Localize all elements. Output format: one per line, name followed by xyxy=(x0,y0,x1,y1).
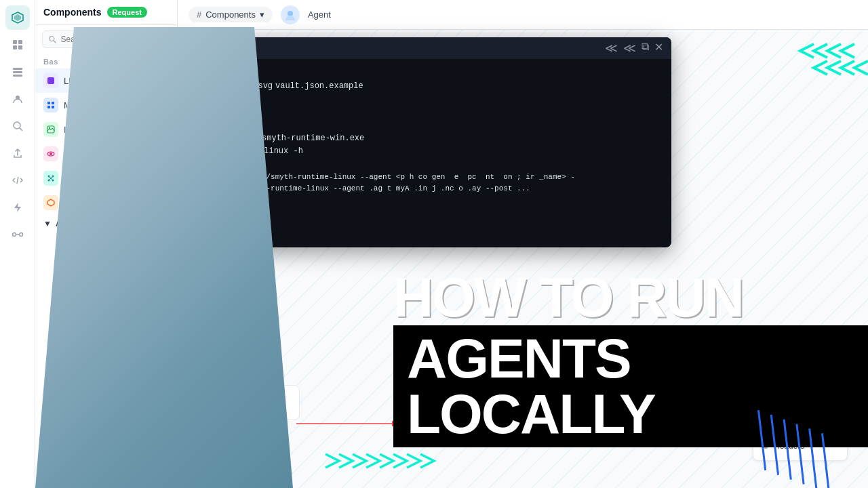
top-bar: # Components ▾ Agent xyxy=(178,0,868,30)
terminal-close-btn[interactable] xyxy=(157,44,165,52)
image-generator-icon xyxy=(43,122,58,137)
term-vault-json: vault.json.example xyxy=(275,80,363,93)
api-tooltip: Effortlessly Connect to Any API Endpoint xyxy=(668,363,763,390)
agent-label: Agent xyxy=(308,9,331,20)
llm-prompt-label: LLM Prompt xyxy=(64,76,112,86)
svg-point-27 xyxy=(50,152,52,155)
svg-rect-23 xyxy=(52,106,54,108)
svg-rect-8 xyxy=(13,75,22,77)
terminal-body: $ ls agents bin smythos.svg vault.json.e… xyxy=(149,59,671,247)
sidebar-icon-search[interactable] xyxy=(5,114,30,138)
terminal-minimize-btn[interactable] xyxy=(171,44,179,52)
dropdown-chevron-icon: ▾ xyxy=(260,9,264,20)
term-line-long1: /smyth-runtime-local/bin/smyth-runtime-l… xyxy=(159,171,662,184)
svg-point-14 xyxy=(12,233,16,237)
collapse-label: A xyxy=(56,219,62,228)
response-label: Response xyxy=(774,429,810,439)
sidebar-icon-users[interactable] xyxy=(5,87,30,111)
async-item[interactable]: Async xyxy=(35,468,177,488)
outputs-plus-icon[interactable]: + xyxy=(833,414,837,424)
term-line-runtime-files: → smyth-runtime-macos smyth-runtime-win.… xyxy=(159,132,662,145)
terminal-close[interactable]: ✕ xyxy=(654,41,663,56)
term-bin-highlight: bin xyxy=(196,80,216,93)
headers-dot xyxy=(763,443,768,449)
request-badge[interactable]: Request xyxy=(107,7,147,18)
svg-rect-7 xyxy=(13,71,22,73)
svg-rect-6 xyxy=(13,68,22,70)
term-line-3: $ cd bin xyxy=(159,119,662,132)
response-dot xyxy=(763,431,768,436)
breadcrumb-pill[interactable]: # Components ▾ xyxy=(189,7,273,22)
term-line-file: ile xyxy=(159,195,662,208)
svg-point-15 xyxy=(19,233,22,237)
term-dir-output: directory: bib xyxy=(159,106,227,119)
multimodal-llm-label: Multimodal LLM xyxy=(64,100,126,110)
term-cmd-1: ls xyxy=(166,67,176,80)
term-arrow-2: → xyxy=(159,145,163,158)
output-item-headers: Headers xyxy=(763,441,837,451)
terminal-controls: ≪ ≪ ⧉ ✕ xyxy=(605,41,663,56)
term-cmd-2: cd bib xyxy=(166,93,195,106)
svg-marker-34 xyxy=(47,199,54,206)
sidebar-icon-layers[interactable] xyxy=(5,60,30,84)
llm-prompt-icon xyxy=(43,73,58,88)
classifier-icon xyxy=(43,171,58,186)
term-beta-output: 1 (beta) xyxy=(159,158,198,171)
output-item-response: Response xyxy=(763,429,837,439)
collapse-icon: ▼ xyxy=(43,219,52,228)
term-line-long2: -runtime-local/bin/smyth-runtime-linux -… xyxy=(159,183,662,195)
panel-header: Components Request xyxy=(35,0,177,25)
breadcrumb-label: Components xyxy=(205,9,256,20)
svg-line-12 xyxy=(17,177,18,184)
terminal-tab-plus[interactable]: + xyxy=(203,42,210,54)
terminal-ctrl-1[interactable]: ≪ xyxy=(605,41,618,56)
svg-marker-13 xyxy=(14,203,21,212)
sidebar-icon-logo[interactable] xyxy=(5,5,30,30)
sidebar-icon-share[interactable] xyxy=(5,141,30,165)
term-line-4: → ./bin/smyth-runtime-linux -h xyxy=(159,145,662,158)
inputs-panel: + Inputs todo xyxy=(218,385,300,420)
svg-rect-21 xyxy=(52,102,54,104)
term-prompt-2: $ xyxy=(159,93,163,106)
svg-rect-4 xyxy=(13,45,17,49)
api-tooltip-text: Effortlessly Connect to Any API Endpoint xyxy=(675,368,743,384)
terminal-window: + ∨ ≪ ≪ ⧉ ✕ $ ls agents bin smythos.svg … xyxy=(149,37,671,247)
terminal-tab-chevron[interactable]: ∨ xyxy=(218,43,224,53)
multimodal-llm-icon xyxy=(43,98,58,113)
vision-llm-label: Vision LLM xyxy=(64,149,107,159)
sidebar-icon-connect[interactable] xyxy=(5,222,30,247)
term-line-dir: directory: bib xyxy=(159,106,662,119)
sidebar-icon-bolt[interactable] xyxy=(5,195,30,220)
term-long-cmd-2: -runtime-local/bin/smyth-runtime-linux -… xyxy=(159,183,530,195)
svg-rect-20 xyxy=(47,102,50,104)
api-icon xyxy=(43,195,58,210)
inputs-label: + Inputs xyxy=(227,391,258,401)
panel-title: Components xyxy=(43,7,102,18)
api-label-text: API xyxy=(64,198,78,208)
term-prompt-1: $ xyxy=(159,67,163,80)
svg-point-35 xyxy=(288,11,293,16)
svg-rect-22 xyxy=(47,106,50,108)
avatar xyxy=(281,5,300,24)
svg-marker-1 xyxy=(14,14,21,21)
terminal-tabs: + ∨ xyxy=(203,42,224,54)
term-line-beta: 1 (beta) xyxy=(159,158,662,171)
image-generator-label: Image Generator xyxy=(64,125,130,135)
vision-llm-icon xyxy=(43,146,58,161)
term-cmd-3: cd bin xyxy=(166,119,195,132)
sidebar-icon-code[interactable] xyxy=(5,168,30,192)
svg-point-10 xyxy=(14,122,20,129)
terminal-ctrl-3[interactable]: ⧉ xyxy=(642,41,649,56)
terminal-maximize-btn[interactable] xyxy=(184,44,193,52)
terminal-titlebar: + ∨ ≪ ≪ ⧉ ✕ xyxy=(149,37,671,59)
sidebar-icon-grid[interactable] xyxy=(5,33,30,57)
term-smythos-svg: smythos.svg xyxy=(219,80,273,93)
term-line-files: agents bin smythos.svg vault.json.exampl… xyxy=(159,80,662,93)
outputs-panel: Outputs + Response Headers xyxy=(753,407,848,461)
term-prompt-3: $ xyxy=(159,119,163,132)
term-runtime-macos: smyth-runtime-macos xyxy=(166,132,259,145)
svg-line-11 xyxy=(20,128,22,131)
todo-label: todo xyxy=(237,405,252,414)
breadcrumb-hash: # xyxy=(197,9,201,20)
terminal-ctrl-2[interactable]: ≪ xyxy=(623,41,636,56)
